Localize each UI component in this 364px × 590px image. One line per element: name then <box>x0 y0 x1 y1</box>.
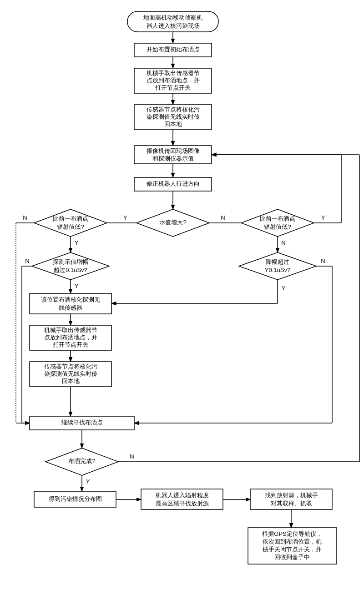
d6-n-label: N <box>130 453 134 460</box>
d4-text-2: 超过0.1uSv? <box>54 267 87 273</box>
decision-lower-right <box>241 209 314 237</box>
d4-y-label: Y <box>75 282 79 289</box>
d5-n-label: N <box>321 257 325 264</box>
decision-decrease-threshold <box>239 252 316 280</box>
d6-text: 布洒完成? <box>68 458 95 464</box>
b11-text-2: 最高区域寻找放射源 <box>156 500 209 507</box>
d2-text-1: 比前一布洒点 <box>53 215 88 222</box>
b2-text-3: 打开节点开关 <box>155 84 191 91</box>
b12-text-2: 对其取样、抓取 <box>271 500 312 507</box>
d3-y-label: Y <box>321 214 325 221</box>
b1-text: 开始布置初始布洒点 <box>147 46 200 53</box>
d5-y-label: Y <box>282 285 286 292</box>
d2-text-2: 辐射值低? <box>57 223 84 230</box>
b6-text-2: 线传感器 <box>59 304 82 311</box>
start-text-1: 地面高机动移动侦察机 <box>143 14 202 21</box>
b6-text-1: 该位置布洒核化探测无 <box>41 296 100 303</box>
b8-text-3: 回本地 <box>62 378 80 384</box>
b3-text-3: 回本地 <box>164 121 182 127</box>
d5-text-1: 降幅超过 <box>266 258 289 265</box>
d3-text-2: 辐射值低? <box>264 223 291 230</box>
d1-y-label: Y <box>123 214 127 221</box>
b2-text-2: 点放到布洒地点，并 <box>147 77 200 84</box>
d4-text-1: 探测示值增幅 <box>53 258 88 265</box>
b3-text-2: 染探测值无线实时传 <box>147 113 200 120</box>
decision-lower-left <box>34 209 107 237</box>
b5-text: 修正机器人行进方向 <box>147 180 200 187</box>
start-text-2: 器人进入核污染现场 <box>147 22 200 29</box>
b8-text-1: 传感器节点将核化污 <box>44 363 97 370</box>
d6-y-label: Y <box>86 478 90 485</box>
b2-text-1: 机械手取出传感器节 <box>147 70 200 76</box>
b13-text-4: 回收到盒子中 <box>274 554 310 560</box>
d2-n-label: N <box>23 214 27 221</box>
b4-text-1: 摄像机传回现场图像 <box>147 147 200 154</box>
b9-text: 继续寻找布洒点 <box>61 419 103 426</box>
d2-y-label: Y <box>75 239 79 246</box>
b8-text-2: 染探测值无线实时传 <box>44 370 97 377</box>
b11-text-1: 机器人进入辐射程度 <box>156 492 209 499</box>
d3-n-label: N <box>281 239 285 246</box>
b13-text-3: 械手关闭节点开关，并 <box>263 546 322 553</box>
b7-text-2: 点放到布洒地点，并 <box>44 334 97 341</box>
b3-text-1: 传感器节点将核化污 <box>147 106 200 113</box>
d1-n-label: N <box>221 214 225 221</box>
d1-text: 示值增大? <box>159 219 186 226</box>
b13-text-1: 根据GPS定位导航仪， <box>262 530 322 537</box>
d4-n-label: N <box>25 257 29 264</box>
decision-increase-threshold <box>32 252 109 280</box>
b12-text-1: 找到放射源，机械手 <box>264 492 318 499</box>
b4-text-2: 和探测仪器示值 <box>152 155 194 162</box>
b13-text-2: 依次回到布洒位置，机 <box>263 538 322 545</box>
b10-text: 得到污染情况分布图 <box>49 495 102 502</box>
b7-text-3: 打开节点开关 <box>52 341 88 348</box>
d5-text-2: Y0.1uSv? <box>265 267 290 273</box>
b7-text-1: 机械手取出传感器节 <box>44 327 97 333</box>
d3-text-1: 比前一布洒点 <box>260 215 295 222</box>
